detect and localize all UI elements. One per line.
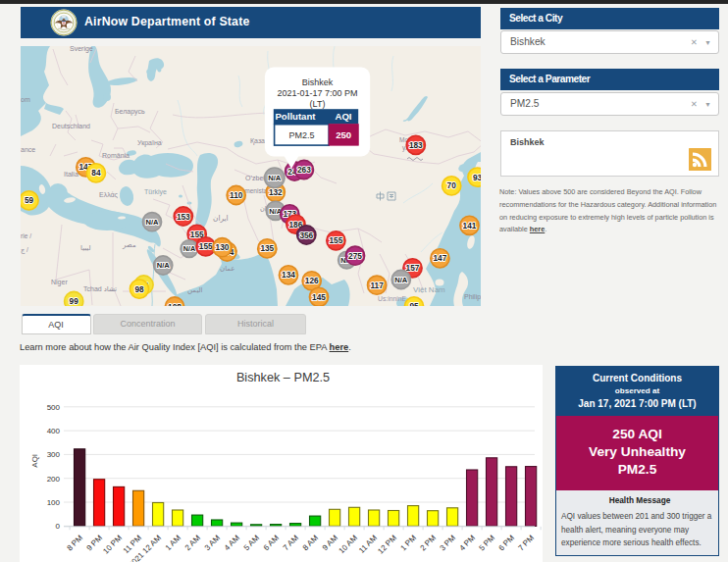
svg-text:59: 59 <box>25 195 34 205</box>
svg-text:ايران: ايران <box>213 214 229 223</box>
svg-text:1 PM: 1 PM <box>398 534 418 553</box>
svg-text:2021-01-17 7:00 PM: 2021-01-17 7:00 PM <box>277 88 357 98</box>
svg-text:134: 134 <box>282 270 295 280</box>
svg-text:275: 275 <box>348 251 362 261</box>
svg-text:10 AM: 10 AM <box>338 534 360 556</box>
svg-text:N/A: N/A <box>145 218 159 227</box>
svg-text:93: 93 <box>473 173 481 182</box>
svg-text:Україна: Україна <box>137 139 162 147</box>
svg-text:Pollutant: Pollutant <box>275 111 316 122</box>
svg-text:400: 400 <box>47 427 61 435</box>
svg-text:147: 147 <box>433 253 446 263</box>
svg-text:12 PM: 12 PM <box>376 534 398 556</box>
svg-text:Bishkek – PM2.5: Bishkek – PM2.5 <box>236 371 330 384</box>
svg-text:ance: ance <box>21 146 35 153</box>
svg-text:70: 70 <box>447 180 457 190</box>
svg-text:95: 95 <box>409 301 419 306</box>
svg-text:155: 155 <box>199 241 213 251</box>
svg-text:100: 100 <box>47 498 61 507</box>
svg-text:8 PM: 8 PM <box>65 534 84 553</box>
svg-text:108: 108 <box>168 302 182 307</box>
svg-text:300: 300 <box>47 450 61 459</box>
svg-text:250: 250 <box>336 129 351 140</box>
svg-text:Philippin: Philippin <box>464 293 481 301</box>
svg-text:2 PM: 2 PM <box>418 534 438 553</box>
svg-text:Bishkek: Bishkek <box>302 77 334 87</box>
svg-text:5 AM: 5 AM <box>242 534 261 552</box>
svg-text:ليبيا: ليبيا <box>80 244 91 251</box>
svg-text:om: om <box>21 96 30 103</box>
svg-text:126: 126 <box>305 276 319 285</box>
svg-text:Беларусь: Беларусь <box>115 108 145 116</box>
svg-text:Tchad تشاد: Tchad تشاد <box>83 285 117 292</box>
svg-text:Deutschland: Deutschland <box>52 123 90 129</box>
svg-text:130: 130 <box>216 242 230 252</box>
svg-text:117: 117 <box>370 281 384 290</box>
svg-text:6 AM: 6 AM <box>262 534 281 552</box>
svg-text:11 AM: 11 AM <box>357 534 379 555</box>
svg-text:România: România <box>102 152 130 159</box>
svg-text:7 AM: 7 AM <box>282 534 300 552</box>
svg-text:Việt Nam: Việt Nam <box>413 285 445 294</box>
svg-text:153: 153 <box>177 212 190 222</box>
svg-text:N/A: N/A <box>268 174 282 182</box>
svg-text:155: 155 <box>329 235 342 245</box>
svg-text:135: 135 <box>260 243 274 253</box>
svg-text:6 PM: 6 PM <box>496 534 516 553</box>
svg-text:N/A: N/A <box>394 276 408 284</box>
svg-text:Italia: Italia <box>64 171 78 178</box>
svg-text:141: 141 <box>463 221 477 230</box>
svg-text:PM2.5: PM2.5 <box>288 130 314 140</box>
svg-text:N/A: N/A <box>157 261 171 270</box>
svg-text:4 PM: 4 PM <box>457 534 477 553</box>
svg-text:2 AM: 2 AM <box>183 534 202 552</box>
svg-text:AQI: AQI <box>335 111 351 122</box>
svg-text:110: 110 <box>230 190 243 200</box>
svg-text:200: 200 <box>47 475 61 484</box>
svg-text:N/A: N/A <box>183 244 195 253</box>
svg-text:263: 263 <box>297 165 311 175</box>
svg-text:183: 183 <box>409 140 423 150</box>
svg-text:Us:inninE: Us:inninE <box>378 295 407 302</box>
svg-text:5 PM: 5 PM <box>477 534 496 553</box>
svg-text:عمان: عمان <box>220 265 235 272</box>
svg-text:157: 157 <box>406 263 420 273</box>
svg-text:0: 0 <box>56 522 61 531</box>
svg-text:8 AM: 8 AM <box>301 534 320 552</box>
svg-text:Sverige: Sverige <box>70 46 93 53</box>
svg-text:99: 99 <box>70 296 79 306</box>
svg-text:ج /: ج / <box>21 246 28 254</box>
svg-text:132: 132 <box>269 187 283 197</box>
svg-text:500: 500 <box>47 403 61 412</box>
svg-text:3 PM: 3 PM <box>438 534 457 553</box>
svg-text:Ελλάς: Ελλάς <box>99 191 119 199</box>
svg-text:145: 145 <box>312 292 326 302</box>
svg-text:(LT): (LT) <box>310 99 326 109</box>
svg-text:98: 98 <box>134 284 144 294</box>
svg-text:84: 84 <box>91 168 101 178</box>
svg-text:rie /: rie / <box>21 232 31 239</box>
svg-text:10 PM: 10 PM <box>101 534 124 556</box>
svg-text:3 AM: 3 AM <box>203 534 222 552</box>
svg-text:مصر: مصر <box>122 241 136 249</box>
svg-text:7 PM: 7 PM <box>516 534 536 553</box>
svg-text:Türkiye: Türkiye <box>144 188 167 196</box>
svg-text:AQI: AQI <box>31 454 40 468</box>
svg-text:356: 356 <box>299 230 313 240</box>
svg-text:1 AM: 1 AM <box>164 534 182 552</box>
svg-text:Niger: Niger <box>51 279 68 286</box>
svg-text:4 AM: 4 AM <box>223 534 241 552</box>
svg-text:اليمن: اليمن <box>187 286 203 294</box>
